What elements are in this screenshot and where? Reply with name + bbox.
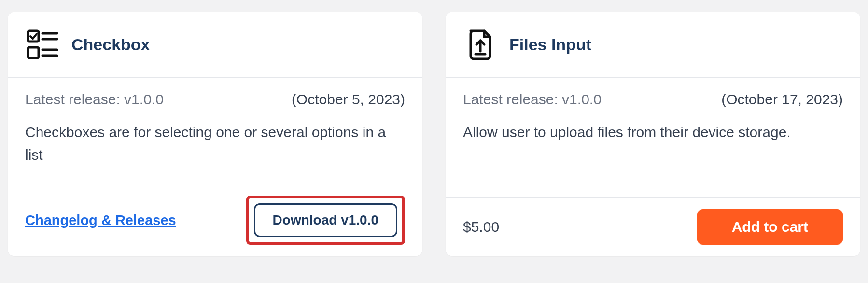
card-checkbox: Checkbox Latest release: v1.0.0 (October… xyxy=(8,12,422,256)
release-row: Latest release: v1.0.0 (October 17, 2023… xyxy=(463,91,843,108)
card-body: Latest release: v1.0.0 (October 5, 2023)… xyxy=(8,78,422,184)
card-footer: $5.00 Add to cart xyxy=(446,198,860,256)
price-text: $5.00 xyxy=(463,219,499,235)
cards-container: Checkbox Latest release: v1.0.0 (October… xyxy=(8,12,860,256)
card-title: Checkbox xyxy=(71,35,150,54)
release-row: Latest release: v1.0.0 (October 5, 2023) xyxy=(25,91,405,108)
card-description: Checkboxes are for selecting one or seve… xyxy=(25,121,405,166)
download-button[interactable]: Download v1.0.0 xyxy=(254,203,397,237)
file-upload-icon xyxy=(463,27,498,62)
add-to-cart-button[interactable]: Add to cart xyxy=(697,209,843,245)
card-description: Allow user to upload files from their de… xyxy=(463,121,843,144)
release-label: Latest release: v1.0.0 xyxy=(463,91,602,108)
release-date: (October 5, 2023) xyxy=(292,91,405,108)
card-header: Checkbox xyxy=(8,12,422,78)
card-files-input: Files Input Latest release: v1.0.0 (Octo… xyxy=(446,12,860,256)
release-date: (October 17, 2023) xyxy=(721,91,843,108)
download-highlight-box: Download v1.0.0 xyxy=(246,196,405,245)
card-title: Files Input xyxy=(509,35,591,54)
checkbox-list-icon xyxy=(25,27,60,62)
card-footer: Changelog & Releases Download v1.0.0 xyxy=(8,184,422,256)
card-header: Files Input xyxy=(446,12,860,78)
svg-rect-3 xyxy=(28,47,39,58)
changelog-link[interactable]: Changelog & Releases xyxy=(25,212,176,228)
release-label: Latest release: v1.0.0 xyxy=(25,91,164,108)
card-body: Latest release: v1.0.0 (October 17, 2023… xyxy=(446,78,860,198)
